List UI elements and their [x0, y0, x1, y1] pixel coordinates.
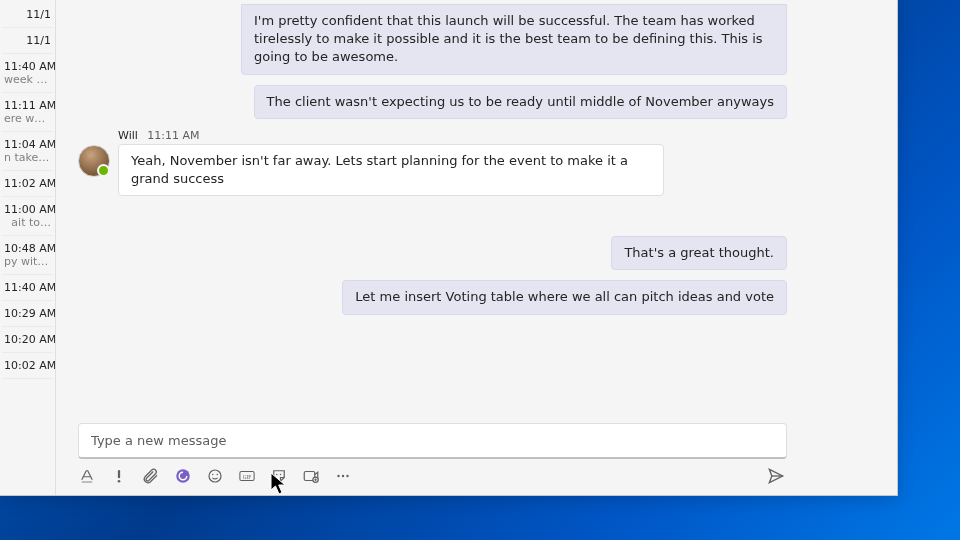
- message-bubble[interactable]: The client wasn't expecting us to be rea…: [254, 85, 787, 119]
- message-row-outgoing: The client wasn't expecting us to be rea…: [78, 85, 787, 119]
- chat-item-time: 11:40 AM: [4, 281, 51, 294]
- priority-icon[interactable]: [110, 467, 128, 485]
- chat-item-preview: ait to…: [4, 216, 51, 229]
- attach-icon[interactable]: [142, 467, 160, 485]
- chat-panel: I'm pretty confident that this launch wi…: [56, 0, 897, 495]
- chat-item-time: 11:40 AM: [4, 60, 51, 73]
- message-text: Yeah, November isn't far away. Lets star…: [131, 153, 628, 186]
- message-text: The client wasn't expecting us to be rea…: [267, 94, 774, 109]
- message-text: Let me insert Voting table where we all …: [355, 289, 774, 304]
- avatar[interactable]: [78, 145, 108, 175]
- chat-list-item[interactable]: 11/1: [2, 28, 53, 54]
- emoji-icon[interactable]: [206, 467, 224, 485]
- chat-list[interactable]: 11/1 11/1 11:40 AM week to… 11:11 AM ere…: [0, 0, 56, 495]
- svg-point-1: [118, 480, 121, 483]
- chat-item-preview: week to…: [4, 73, 51, 86]
- message-row-outgoing: That's a great thought.: [78, 236, 787, 270]
- message-text: I'm pretty confident that this launch wi…: [254, 13, 763, 64]
- svg-point-9: [280, 474, 282, 476]
- svg-point-13: [342, 475, 344, 477]
- svg-point-14: [346, 475, 348, 477]
- compose-input[interactable]: Type a new message: [78, 423, 787, 459]
- svg-point-2: [176, 469, 190, 483]
- svg-point-5: [217, 474, 219, 476]
- presence-available-icon: [97, 164, 110, 177]
- compose-placeholder: Type a new message: [91, 433, 227, 448]
- chat-item-time: 11/1: [4, 34, 51, 47]
- message-bubble[interactable]: Yeah, November isn't far away. Lets star…: [118, 144, 664, 196]
- chat-list-item[interactable]: 11:04 AM n take t…: [2, 132, 53, 171]
- svg-point-8: [276, 474, 278, 476]
- chat-list-item[interactable]: 11/1: [2, 2, 53, 28]
- chat-list-item[interactable]: 11:40 AM week to…: [2, 54, 53, 93]
- message-bubble[interactable]: That's a great thought.: [611, 236, 787, 270]
- chat-item-preview: py with…: [4, 255, 51, 268]
- sticker-icon[interactable]: [270, 467, 288, 485]
- spacer: [78, 206, 787, 226]
- chat-item-time: 11:00 AM: [4, 203, 51, 216]
- chat-item-time: 11:02 AM: [4, 177, 51, 190]
- message-time: 11:11 AM: [147, 129, 199, 142]
- message-text: That's a great thought.: [624, 245, 774, 260]
- chat-list-item[interactable]: 11:00 AM ait to…: [2, 197, 53, 236]
- svg-point-12: [337, 475, 339, 477]
- message-row-outgoing: Let me insert Voting table where we all …: [78, 280, 787, 314]
- message-bubble[interactable]: Let me insert Voting table where we all …: [342, 280, 787, 314]
- format-icon[interactable]: [78, 467, 96, 485]
- svg-point-3: [209, 470, 221, 482]
- svg-point-4: [212, 474, 214, 476]
- chat-list-item[interactable]: 11:40 AM: [2, 275, 53, 301]
- chat-item-time: 10:48 AM: [4, 242, 51, 255]
- chat-item-preview: n take t…: [4, 151, 51, 164]
- composer: Type a new message: [78, 423, 787, 459]
- message-row-outgoing: I'm pretty confident that this launch wi…: [198, 4, 787, 75]
- message-row-incoming: Will 11:11 AM Yeah, November isn't far a…: [78, 129, 787, 196]
- more-icon[interactable]: [334, 467, 352, 485]
- chat-list-item[interactable]: 11:11 AM ere we …: [2, 93, 53, 132]
- message-list[interactable]: I'm pretty confident that this launch wi…: [56, 0, 897, 419]
- svg-text:GIF: GIF: [243, 474, 252, 480]
- chat-item-time: 11:11 AM: [4, 99, 51, 112]
- send-button[interactable]: [765, 465, 787, 487]
- chat-list-item[interactable]: 10:02 AM: [2, 353, 53, 379]
- teams-window: 11/1 11/1 11:40 AM week to… 11:11 AM ere…: [0, 0, 898, 496]
- chat-list-item[interactable]: 11:02 AM: [2, 171, 53, 197]
- message-bubble[interactable]: I'm pretty confident that this launch wi…: [241, 4, 787, 75]
- chat-item-time: 11/1: [4, 8, 51, 21]
- compose-toolbar: GIF: [78, 465, 787, 487]
- chat-list-item[interactable]: 10:20 AM: [2, 327, 53, 353]
- chat-item-time: 11:04 AM: [4, 138, 51, 151]
- chat-item-time: 10:02 AM: [4, 359, 51, 372]
- sender-name: Will: [118, 129, 138, 142]
- chat-list-item[interactable]: 10:48 AM py with…: [2, 236, 53, 275]
- video-clip-icon[interactable]: [302, 467, 320, 485]
- chat-list-item[interactable]: 10:29 AM: [2, 301, 53, 327]
- gif-icon[interactable]: GIF: [238, 467, 256, 485]
- loop-icon[interactable]: [174, 467, 192, 485]
- chat-item-time: 10:20 AM: [4, 333, 51, 346]
- chat-item-preview: ere we …: [4, 112, 51, 125]
- chat-item-time: 10:29 AM: [4, 307, 51, 320]
- svg-rect-0: [118, 470, 120, 478]
